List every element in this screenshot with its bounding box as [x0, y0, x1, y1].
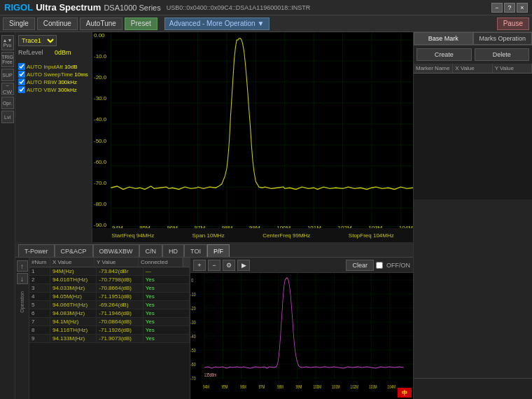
svg-text:98M: 98M [277, 384, 284, 389]
tab-cpacp[interactable]: CP&ACP [55, 244, 93, 257]
cell-y: -70.7798(dB) [97, 276, 143, 284]
tab-toi[interactable]: TOI [184, 244, 207, 257]
cell-conn: Yes [144, 284, 190, 292]
cw-button[interactable]: ~CW [1, 83, 14, 95]
col-connected: Connected [139, 258, 183, 267]
svg-text:102M: 102M [351, 384, 359, 389]
tab-obwxbw[interactable]: OBW&XBW [93, 244, 139, 257]
svg-text:135dBm: 135dBm [204, 372, 216, 377]
marker-rows [414, 74, 532, 200]
mini-toolbar: + − ⚙ ▶ Clear OFF/ON [190, 258, 413, 273]
tab-tpower[interactable]: T-Power [18, 244, 55, 257]
single-button[interactable]: Single [3, 18, 35, 30]
table-row: 2 94.016TH(Hz) -70.7798(dB) Yes [29, 276, 190, 284]
expand-button[interactable]: ▶ [237, 260, 250, 271]
advanced-label: Advanced - More Operation [169, 20, 255, 27]
svg-text:0: 0 [191, 277, 193, 283]
onoff-label: OFF/ON [386, 262, 410, 269]
top-toolbar: Single Continue AutoTune Preset Advanced… [0, 15, 532, 32]
auto-sweeptime-cb[interactable] [18, 71, 25, 78]
marker-buttons: Create Delete [414, 46, 532, 64]
clear-button[interactable]: Clear [346, 260, 374, 271]
cell-num: 1 [29, 267, 50, 275]
minimize-button[interactable]: − [491, 3, 503, 13]
data-table: #Num X Value Y Value Connected 1 94M(Hz)… [29, 258, 190, 399]
marker-col-y: Y Value [493, 64, 532, 73]
zoom-out-button[interactable]: − [208, 260, 220, 271]
cell-x: 94.066TH(Hz) [50, 301, 97, 309]
operation-label: Operation [20, 291, 24, 313]
delete-marker-button[interactable]: Delete [475, 48, 530, 61]
level-button[interactable]: Lvl [1, 111, 14, 123]
series-name: DSA1000 Series [104, 4, 160, 12]
svg-text:101M: 101M [332, 384, 340, 389]
cell-conn: Yes [144, 293, 190, 300]
cell-num: 3 [29, 284, 50, 292]
auto-sweeptime-value: 10ms [74, 71, 88, 78]
tab-cn[interactable]: C/N [139, 244, 163, 257]
cell-conn: — [144, 267, 190, 275]
table-row: 3 94.033M(Hz) -70.8664(dB) Yes [29, 284, 190, 293]
advanced-button[interactable]: Advanced - More Operation ▼ [164, 18, 270, 30]
marks-operation-tab[interactable]: Marks Operation [473, 32, 533, 45]
arrow-up-button[interactable]: ↑ [17, 260, 28, 272]
title-bar: RIGOL Ultra Spectrum DSA1000 Series USB0… [0, 0, 532, 15]
window-controls[interactable]: − ? × [491, 3, 528, 13]
create-marker-button[interactable]: Create [416, 48, 472, 61]
col-x: X Value [50, 258, 94, 267]
preset-button[interactable]: Preset [125, 18, 158, 30]
stop-freq-label: StopFreq 104MHz [349, 232, 394, 239]
bottom-section: T-Power CP&ACP OBW&XBW C/N HD TOI P/F ↑ … [15, 242, 413, 399]
cell-x: 94.016TH(Hz) [50, 276, 97, 284]
cn-badge: 中 [398, 388, 412, 398]
bottom-right: + − ⚙ ▶ Clear OFF/ON [190, 258, 413, 399]
cell-y: -71.9073(dB) [97, 335, 143, 342]
cell-x: 94.033M(Hz) [50, 284, 97, 292]
svg-text:99M: 99M [295, 384, 302, 389]
table-row: 9 94.133M(Hz) -71.9073(dB) Yes [29, 335, 190, 343]
zoom-in-button[interactable]: + [193, 260, 206, 271]
pvu-button[interactable]: ▲▼Pvu [1, 35, 14, 50]
cell-x: 94M(Hz) [50, 267, 97, 275]
marker-table-header: Marker Name X Value Y Value [414, 64, 532, 74]
base-mark-tab[interactable]: Base Mark [414, 32, 473, 45]
cell-y: -73.842(dBr [97, 267, 143, 275]
continue-button[interactable]: Continue [37, 18, 78, 30]
trace-select[interactable]: Trace1 [18, 35, 57, 46]
auto-rbw-cb[interactable] [18, 78, 25, 85]
col-num: #Num [29, 258, 50, 267]
opr-button[interactable]: Opr. [1, 97, 14, 109]
svg-text:-60: -60 [190, 361, 196, 367]
help-button[interactable]: ? [504, 3, 515, 13]
settings-button[interactable]: ⚙ [223, 260, 235, 271]
svg-text:-20: -20 [190, 305, 196, 311]
center-freq-label: CenterFreq 99MHz [262, 232, 310, 239]
reflevel-value: 0dBm [55, 49, 71, 56]
tab-hd[interactable]: HD [162, 244, 184, 257]
auto-inputatt-cb[interactable] [18, 63, 25, 70]
autotune-button[interactable]: AutoTune [80, 18, 122, 30]
marker-col-x: X Value [453, 64, 492, 73]
onoff-checkbox[interactable] [376, 262, 383, 269]
sup-button[interactable]: SUP [1, 69, 14, 81]
cell-x: 94.1M(Hz) [50, 318, 97, 326]
main-layout: ▲▼Pvu TRIGFree SUP ~CW Opr. Lvl Trace1 R… [0, 32, 532, 399]
tab-pf[interactable]: P/F [207, 244, 230, 257]
svg-text:96M: 96M [240, 384, 246, 389]
cell-conn: Yes [144, 309, 190, 317]
trig-button[interactable]: TRIGFree [1, 52, 14, 67]
usb-info: USB0::0x0400::0x09C4::DSA1A119600018::IN… [167, 4, 491, 11]
svg-text:94M: 94M [203, 384, 209, 389]
cell-conn: Yes [144, 301, 190, 309]
mini-spectrum-svg: 0 -10 -20 -30 -40 -50 -60 -70 94M [190, 273, 413, 399]
auto-vbw-cb[interactable] [18, 86, 25, 93]
pause-button[interactable]: Pause [497, 18, 529, 30]
arrow-down-button[interactable]: ↓ [17, 273, 28, 284]
reflevel-label: RefLevel [18, 49, 53, 56]
dropdown-icon: ▼ [258, 20, 265, 27]
right-marker-panel: Base Mark Marks Operation Create Delete … [413, 32, 532, 399]
start-freq-label: StartFreq 94MHz [111, 232, 154, 239]
cell-y: -71.1926(dB) [97, 326, 143, 334]
auto-sweeptime-label: AUTO SweepTime [27, 71, 73, 78]
close-button[interactable]: × [517, 3, 528, 13]
